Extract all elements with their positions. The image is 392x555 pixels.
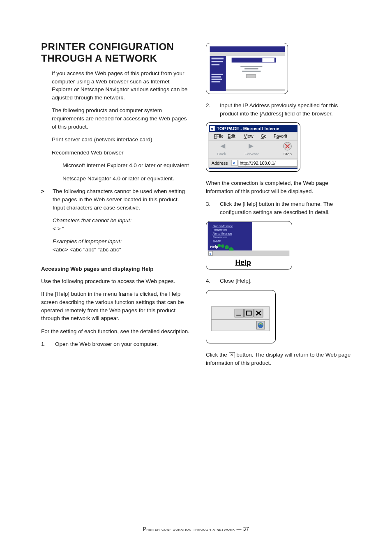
- intro-para: If you access the Web pages of this prod…: [52, 69, 189, 101]
- note-bullet-icon: >: [41, 187, 47, 258]
- help-label: Help: [235, 259, 251, 267]
- close-help-para: Click the ✕ button. The display will ret…: [206, 351, 354, 367]
- svg-rect-66: [244, 309, 254, 317]
- svg-rect-12: [262, 58, 274, 62]
- address-url: http://192.168.0.1/: [240, 161, 276, 166]
- svg-text:SNMP: SNMP: [213, 240, 221, 243]
- after-connection: When the connection is completed, the We…: [206, 179, 354, 195]
- step2-text: Input the IP Address previously specifie…: [220, 101, 354, 117]
- svg-rect-14: [244, 68, 258, 69]
- svg-text:Parameters: Parameters: [213, 236, 228, 239]
- svg-text:Forward: Forward: [244, 152, 259, 156]
- svg-rect-0: [210, 46, 285, 52]
- svg-rect-3: [212, 58, 224, 59]
- access-p2: If the [Help] button in the menu frame i…: [41, 290, 189, 322]
- svg-text:e: e: [233, 161, 235, 165]
- page-title: PRINTER CONFIGURATION THROUGH A NETWORK: [41, 41, 189, 64]
- req-netscape: Netscape Navigator 4.0 or later or equiv…: [62, 175, 189, 183]
- svg-text:e: e: [210, 252, 212, 256]
- note-examples-block: Examples of improper input: <abc> <abc "…: [53, 237, 189, 253]
- access-p1: Use the following procedure to access th…: [41, 277, 189, 286]
- svg-text:Status Message: Status Message: [213, 225, 233, 228]
- svg-text:Parameters: Parameters: [213, 228, 228, 231]
- svg-text:Help: Help: [210, 245, 219, 249]
- svg-text:Stop: Stop: [284, 152, 292, 156]
- svg-rect-1: [210, 52, 285, 56]
- req-card: Print server card (network interface car…: [52, 136, 189, 144]
- close-para-a: Click the: [206, 352, 229, 358]
- svg-rect-17: [226, 89, 285, 91]
- svg-text:dit: dit: [231, 134, 235, 139]
- svg-text:e: e: [211, 127, 213, 131]
- svg-rect-64: [235, 309, 244, 317]
- figure-help-button: Status Message Parameters Alerts Message…: [206, 221, 292, 269]
- svg-text:o: o: [264, 134, 267, 139]
- svg-rect-9: [212, 81, 221, 82]
- svg-rect-8: [212, 79, 222, 80]
- step4-number: 4.: [206, 277, 214, 285]
- figure-browser-config: [206, 43, 288, 94]
- page-footer: Printer configuration through a network …: [0, 526, 392, 533]
- figure-close-window: [206, 290, 276, 343]
- accessing-heading: Accessing Web pages and displaying Help: [41, 265, 189, 273]
- note-row: > The following characters cannot be use…: [41, 187, 189, 258]
- access-p3: For the setting of each function, see th…: [41, 327, 189, 336]
- note-chars-block: Characters that cannot be input: < > ": [53, 216, 189, 233]
- step3-text: Click the [Help] button in the menu fram…: [220, 200, 354, 216]
- svg-text:Back: Back: [217, 152, 226, 156]
- req-lead: The following products and computer syst…: [52, 106, 189, 131]
- svg-text:Favorit: Favorit: [274, 134, 287, 139]
- svg-text:iew: iew: [247, 134, 253, 139]
- svg-point-53: [217, 244, 221, 247]
- svg-point-54: [221, 244, 224, 248]
- step3-number: 3.: [206, 200, 214, 216]
- svg-text:File: File: [217, 134, 224, 139]
- svg-rect-45: [209, 168, 297, 169]
- window-controls-icon: [235, 309, 263, 317]
- step1-text: Open the Web browser on your computer.: [55, 340, 189, 348]
- note-chars-label: Characters that cannot be input:: [53, 217, 131, 223]
- figure-browser-toolbar: e TOP PAGE - Microsoft Interne F File E …: [206, 122, 300, 172]
- svg-rect-4: [212, 61, 223, 62]
- close-icon: ✕: [229, 352, 235, 358]
- svg-rect-58: [208, 251, 290, 256]
- note-chars: < > ": [53, 226, 64, 232]
- svg-text:Alerts Message: Alerts Message: [213, 233, 233, 236]
- note-examples-label: Examples of improper input:: [53, 238, 122, 244]
- svg-rect-6: [212, 74, 223, 75]
- svg-rect-13: [240, 66, 262, 67]
- browser-title: TOP PAGE - Microsoft Interne: [217, 126, 279, 131]
- step1-number: 1.: [41, 340, 49, 348]
- svg-rect-65: [236, 315, 241, 315]
- note-examples: <abc> <abc "abc" "abc abc": [53, 246, 121, 253]
- svg-text:Address: Address: [212, 161, 228, 166]
- svg-point-55: [225, 245, 229, 249]
- svg-rect-16: [246, 75, 256, 78]
- step4-text: Close [Help].: [220, 277, 354, 285]
- req-ie: Microsoft Internet Explorer 4.0 or later…: [62, 161, 189, 170]
- step2-number: 2.: [206, 101, 214, 117]
- svg-rect-31: [209, 140, 297, 159]
- req-browser: Recommended Web browser: [52, 149, 189, 157]
- note-text: The following characters cannot be used …: [53, 187, 189, 212]
- svg-rect-7: [212, 76, 221, 78]
- svg-rect-15: [242, 71, 261, 72]
- svg-rect-5: [212, 64, 220, 65]
